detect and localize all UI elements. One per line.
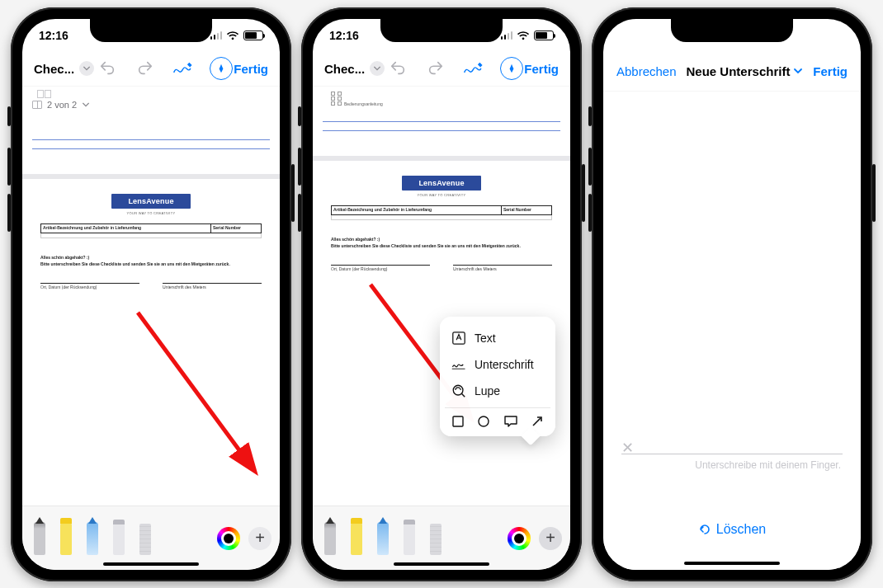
pen-tool[interactable] <box>321 522 339 555</box>
home-indicator[interactable] <box>684 562 780 565</box>
doc-q2: Bitte unterschreiben Sie diese Checklist… <box>331 243 552 248</box>
signature-hint: Unterschreibe mit deinem Finger. <box>621 459 843 471</box>
svg-line-0 <box>138 313 253 469</box>
page-counter: 2 von 2 <box>47 100 77 110</box>
popover-loupe[interactable]: Lupe <box>445 378 550 404</box>
doc-sig-left: Ort, Datum (der Rücksendung) <box>331 265 430 271</box>
title-menu-button[interactable] <box>370 61 385 76</box>
speech-bubble-icon[interactable] <box>503 415 518 428</box>
cell-signal-icon <box>210 31 223 40</box>
svg-point-7 <box>479 416 489 426</box>
popover-signature[interactable]: Unterschrift <box>445 351 550 378</box>
phone-1: 12:16 Chec... <box>11 7 291 581</box>
signature-title-menu[interactable]: Neue Unterschrift <box>687 64 804 78</box>
nav-bar: Chec... <box>22 52 280 87</box>
doc-table-header: Artikel-Bezeichnung und Zubehör in Liefe… <box>331 205 552 215</box>
nav-bar: Chec... <box>313 52 570 87</box>
signature-icon <box>451 357 466 372</box>
home-indicator[interactable] <box>103 562 199 566</box>
highlighter-tool[interactable] <box>57 522 75 555</box>
notch <box>380 19 503 42</box>
cancel-button[interactable]: Abbrechen <box>616 64 677 78</box>
brand-tagline: YOUR WAY TO CREATIVITY <box>331 193 552 197</box>
arrow-shape-icon[interactable] <box>531 415 544 428</box>
document-page: LensAvenue YOUR WAY TO CREATIVITY Artike… <box>319 161 564 291</box>
text-icon <box>451 331 466 346</box>
phone-3: Abbrechen Neue Unterschrift Fertig ✕ Unt… <box>592 7 872 581</box>
signature-canvas[interactable]: ✕ Unterschreibe mit deinem Finger. Lösch… <box>603 92 861 570</box>
add-tool-button[interactable]: + <box>248 527 272 550</box>
circle-shape-icon[interactable] <box>477 415 490 428</box>
doc-q1: Alles schön abgehakt? :) <box>331 237 552 242</box>
color-picker[interactable] <box>508 527 531 550</box>
svg-line-5 <box>462 393 465 397</box>
pages-icon <box>32 101 42 109</box>
redo-icon[interactable] <box>134 57 157 80</box>
pentip-icon[interactable] <box>500 57 523 80</box>
annotation-arrow <box>130 304 278 486</box>
markup-icon[interactable] <box>462 57 485 80</box>
notch <box>671 19 793 42</box>
document-page: LensAvenue YOUR WAY TO CREATIVITY Artike… <box>29 179 273 309</box>
done-button[interactable]: Fertig <box>813 64 848 78</box>
color-picker[interactable] <box>217 527 240 550</box>
doc-q2: Bitte unterschreiben Sie diese Checklist… <box>40 261 262 266</box>
add-tool-popover: Text Unterschrift Lupe <box>440 317 555 436</box>
square-shape-icon[interactable] <box>451 415 465 428</box>
eraser-tool[interactable] <box>400 522 418 555</box>
signature-baseline: ✕ Unterschreibe mit deinem Finger. <box>603 439 861 471</box>
wifi-icon <box>517 31 530 40</box>
ruler-tool[interactable] <box>136 522 154 555</box>
brand-badge: LensAvenue <box>402 176 481 191</box>
doc-sig-left: Ort, Datum (der Rücksendung) <box>40 283 139 289</box>
svg-point-4 <box>453 385 463 395</box>
loupe-icon <box>451 383 466 398</box>
battery-icon <box>534 31 554 40</box>
document-canvas[interactable]: LensAvenue YOUR WAY TO CREATIVITY Artike… <box>22 115 280 506</box>
undo-icon[interactable] <box>386 57 409 80</box>
phone-2: 12:16 Chec... <box>301 7 582 581</box>
pen-tool[interactable] <box>31 522 49 555</box>
svg-line-8 <box>533 418 541 426</box>
chevron-down-icon <box>793 66 803 76</box>
doc-checklist: Bedienungsanleitung <box>319 87 564 106</box>
doc-table-header: Artikel-Bezeichnung und Zubehör in Liefe… <box>40 223 262 233</box>
pencil-tool[interactable] <box>374 522 392 555</box>
battery-icon <box>243 31 263 40</box>
doc-sig-right: Unterschrift des Mieters <box>163 283 262 289</box>
home-indicator[interactable] <box>394 562 489 566</box>
document-canvas[interactable]: Bedienungsanleitung LensAvenue YOUR WAY … <box>313 87 570 506</box>
redo-icon[interactable] <box>424 57 447 80</box>
cell-signal-icon <box>501 31 513 40</box>
ruler-tool[interactable] <box>427 522 445 555</box>
thumbnail-bar[interactable]: 2 von 2 <box>22 87 280 115</box>
brand-badge: LensAvenue <box>111 194 191 209</box>
pentip-icon[interactable] <box>210 57 233 80</box>
notch <box>90 19 212 42</box>
done-button[interactable]: Fertig <box>524 62 559 76</box>
popover-text[interactable]: Text <box>445 325 550 351</box>
status-time: 12:16 <box>39 29 68 42</box>
pencil-tool[interactable] <box>83 522 102 555</box>
wifi-icon <box>226 31 239 40</box>
status-time: 12:16 <box>329 29 359 42</box>
highlighter-tool[interactable] <box>347 522 366 555</box>
done-button[interactable]: Fertig <box>234 62 268 76</box>
doc-q1: Alles schön abgehakt? :) <box>40 255 262 260</box>
add-tool-button[interactable]: + <box>539 527 562 550</box>
undo-icon[interactable] <box>96 57 119 80</box>
document-title: Chec... <box>34 62 74 76</box>
doc-sig-right: Unterschrift des Mieters <box>453 265 552 271</box>
markup-toolbar: + <box>22 506 280 570</box>
markup-toolbar: + <box>313 506 570 570</box>
markup-icon[interactable] <box>172 57 195 80</box>
signature-nav: Abbrechen Neue Unterschrift Fertig <box>603 52 861 92</box>
clear-signature-button[interactable]: Löschen <box>603 522 861 537</box>
eraser-tool[interactable] <box>110 522 128 555</box>
svg-rect-6 <box>453 416 463 426</box>
document-title: Chec... <box>324 62 365 76</box>
title-menu-button[interactable] <box>79 61 94 76</box>
undo-small-icon <box>698 523 711 536</box>
brand-tagline: YOUR WAY TO CREATIVITY <box>40 211 262 215</box>
